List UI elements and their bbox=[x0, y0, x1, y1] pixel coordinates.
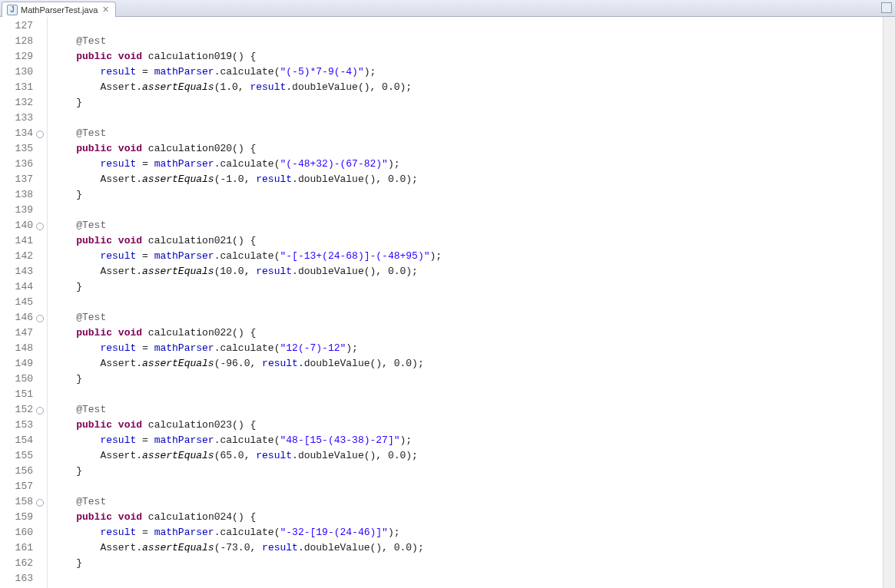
code-line[interactable]: result = mathParser.calculate("12(-7)-12… bbox=[52, 341, 895, 356]
code-line[interactable]: @Test bbox=[52, 402, 895, 418]
line-number: 127 bbox=[0, 18, 47, 34]
code-line[interactable]: public void calculation020() { bbox=[52, 141, 895, 157]
line-number: 162 bbox=[0, 556, 47, 571]
code-line[interactable]: Assert.assertEquals(-73.0, result.double… bbox=[52, 540, 895, 556]
file-tab[interactable]: J MathParserTest.java ✕ bbox=[2, 2, 116, 17]
line-number: 131 bbox=[0, 80, 47, 95]
code-line[interactable]: @Test bbox=[52, 126, 895, 141]
line-number: 159 bbox=[0, 510, 47, 525]
line-number: 148 bbox=[0, 341, 47, 356]
code-line[interactable]: } bbox=[52, 95, 895, 111]
code-line[interactable] bbox=[52, 203, 895, 218]
code-line[interactable]: Assert.assertEquals(1.0, result.doubleVa… bbox=[52, 80, 895, 95]
line-number: 138 bbox=[0, 187, 47, 203]
line-number: 141 bbox=[0, 233, 47, 249]
code-line[interactable]: result = mathParser.calculate("-32-[19-(… bbox=[52, 525, 895, 540]
code-line[interactable]: } bbox=[52, 279, 895, 295]
code-line[interactable]: result = mathParser.calculate("48-[15-(4… bbox=[52, 433, 895, 448]
line-number: 147 bbox=[0, 325, 47, 341]
code-line[interactable]: result = mathParser.calculate("(-5)*7-9(… bbox=[52, 64, 895, 80]
code-line[interactable]: public void calculation021() { bbox=[52, 233, 895, 249]
code-line[interactable]: public void calculation023() { bbox=[52, 418, 895, 433]
line-number: 145 bbox=[0, 295, 47, 310]
line-number: 152 bbox=[0, 402, 47, 418]
line-number: 133 bbox=[0, 111, 47, 126]
close-icon[interactable]: ✕ bbox=[101, 5, 111, 15]
line-number: 143 bbox=[0, 264, 47, 279]
line-number: 150 bbox=[0, 372, 47, 387]
line-number: 134 bbox=[0, 126, 47, 141]
code-line[interactable]: public void calculation019() { bbox=[52, 49, 895, 64]
vertical-scrollbar[interactable] bbox=[883, 17, 895, 588]
line-number: 163 bbox=[0, 571, 47, 586]
code-line[interactable] bbox=[52, 295, 895, 310]
file-tab-label: MathParserTest.java bbox=[21, 5, 98, 15]
line-number-gutter: 1271281291301311321331341351361371381391… bbox=[0, 17, 48, 588]
code-line[interactable]: public void calculation022() { bbox=[52, 325, 895, 341]
line-number: 158 bbox=[0, 494, 47, 510]
line-number: 129 bbox=[0, 49, 47, 64]
line-number: 139 bbox=[0, 203, 47, 218]
code-line[interactable]: @Test bbox=[52, 310, 895, 325]
code-line[interactable] bbox=[52, 18, 895, 34]
line-number: 137 bbox=[0, 172, 47, 187]
line-number: 149 bbox=[0, 356, 47, 372]
code-line[interactable]: public void calculation024() { bbox=[52, 510, 895, 525]
line-number: 142 bbox=[0, 249, 47, 264]
code-line[interactable]: Assert.assertEquals(-1.0, result.doubleV… bbox=[52, 172, 895, 187]
editor-tab-bar: J MathParserTest.java ✕ bbox=[0, 0, 895, 17]
code-line[interactable]: result = mathParser.calculate("(-48+32)-… bbox=[52, 157, 895, 172]
code-line[interactable]: @Test bbox=[52, 34, 895, 49]
line-number: 156 bbox=[0, 464, 47, 479]
line-number: 136 bbox=[0, 157, 47, 172]
code-line[interactable]: } bbox=[52, 464, 895, 479]
line-number: 161 bbox=[0, 540, 47, 556]
line-number: 140 bbox=[0, 218, 47, 233]
line-number: 132 bbox=[0, 95, 47, 111]
line-number: 151 bbox=[0, 387, 47, 402]
java-file-icon: J bbox=[7, 5, 18, 15]
line-number: 155 bbox=[0, 448, 47, 464]
code-line[interactable] bbox=[52, 571, 895, 586]
line-number: 128 bbox=[0, 34, 47, 49]
code-line[interactable] bbox=[52, 111, 895, 126]
code-line[interactable]: Assert.assertEquals(-96.0, result.double… bbox=[52, 356, 895, 372]
code-line[interactable] bbox=[52, 479, 895, 494]
line-number: 135 bbox=[0, 141, 47, 157]
code-line[interactable]: } bbox=[52, 187, 895, 203]
code-line[interactable]: @Test bbox=[52, 218, 895, 233]
line-number: 144 bbox=[0, 279, 47, 295]
code-line[interactable]: @Test bbox=[52, 494, 895, 510]
line-number: 154 bbox=[0, 433, 47, 448]
code-editor[interactable]: 1271281291301311321331341351361371381391… bbox=[0, 17, 895, 588]
line-number: 146 bbox=[0, 310, 47, 325]
code-line[interactable]: } bbox=[52, 556, 895, 571]
code-line[interactable]: Assert.assertEquals(10.0, result.doubleV… bbox=[52, 264, 895, 279]
code-line[interactable]: Assert.assertEquals(65.0, result.doubleV… bbox=[52, 448, 895, 464]
line-number: 153 bbox=[0, 418, 47, 433]
code-area[interactable]: @Test public void calculation019() { res… bbox=[48, 17, 895, 588]
code-line[interactable]: result = mathParser.calculate("-[-13+(24… bbox=[52, 249, 895, 264]
code-line[interactable]: } bbox=[52, 372, 895, 387]
line-number: 157 bbox=[0, 479, 47, 494]
line-number: 160 bbox=[0, 525, 47, 540]
line-number: 130 bbox=[0, 64, 47, 80]
maximize-view-icon[interactable] bbox=[881, 2, 892, 13]
code-line[interactable] bbox=[52, 387, 895, 402]
